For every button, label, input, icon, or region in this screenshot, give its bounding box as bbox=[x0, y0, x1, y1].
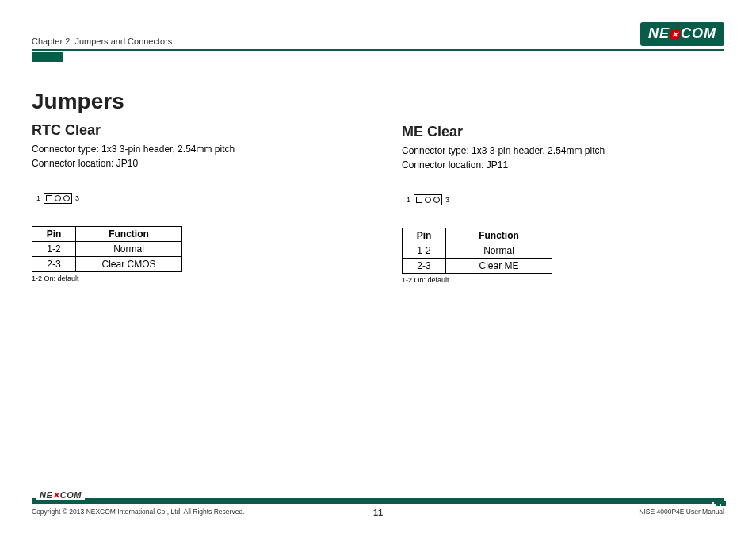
me-table: Pin Function 1-2 Normal 2-3 Clear ME bbox=[402, 228, 552, 274]
me-r1-pin: 2-3 bbox=[403, 259, 446, 274]
rtc-th-func: Function bbox=[76, 227, 182, 242]
me-th-func: Function bbox=[446, 228, 552, 243]
table-row: 2-3 Clear ME bbox=[403, 259, 552, 274]
rtc-pin-left-label: 1 bbox=[36, 194, 40, 202]
pin-3-icon bbox=[433, 197, 440, 203]
footer: NE✕COM Copyright © 2013 NEXCOM Internati… bbox=[32, 498, 724, 516]
footer-logo-pre: NE bbox=[40, 490, 52, 500]
footer-logo-post: COM bbox=[60, 490, 82, 500]
rtc-pin-right-label: 3 bbox=[75, 194, 79, 202]
pin-3-icon bbox=[63, 195, 70, 201]
me-r0-pin: 1-2 bbox=[403, 243, 446, 259]
rtc-conn-type: Connector type: 1x3 3-pin header, 2.54mm… bbox=[32, 142, 354, 156]
footer-ornament-icon bbox=[711, 495, 726, 509]
pin-2-icon bbox=[425, 197, 431, 203]
table-row: 1-2 Normal bbox=[403, 243, 552, 259]
rtc-conn-loc: Connector location: JP10 bbox=[32, 156, 354, 171]
page-title: Jumpers bbox=[32, 89, 354, 114]
header-rule bbox=[32, 49, 724, 51]
table-row: 1-2 Normal bbox=[32, 242, 182, 257]
pin-1-icon bbox=[46, 195, 52, 201]
me-conn-loc: Connector location: JP11 bbox=[402, 158, 724, 172]
page-number: 11 bbox=[373, 508, 383, 517]
rtc-r1-func: Clear CMOS bbox=[76, 257, 182, 272]
table-row: 2-3 Clear CMOS bbox=[32, 257, 182, 272]
me-pin-left-label: 1 bbox=[407, 196, 410, 204]
me-pin-diagram: 1 3 bbox=[407, 194, 724, 205]
rtc-note: 1-2 On: default bbox=[32, 274, 354, 282]
header-tab bbox=[32, 52, 63, 62]
me-conn-type: Connector type: 1x3 3-pin header, 2.54mm… bbox=[402, 144, 724, 158]
section-heading-rtc: RTC Clear bbox=[32, 122, 354, 139]
pin-1-icon bbox=[416, 197, 422, 203]
rtc-th-pin: Pin bbox=[32, 227, 76, 242]
me-r1-func: Clear ME bbox=[446, 259, 552, 274]
footer-logo: NE✕COM bbox=[36, 490, 85, 500]
rtc-r0-pin: 1-2 bbox=[32, 242, 76, 257]
me-note: 1-2 On: default bbox=[402, 276, 724, 284]
section-heading-me: ME Clear bbox=[402, 124, 724, 140]
rtc-table: Pin Function 1-2 Normal 2-3 Clear CMOS bbox=[32, 226, 182, 272]
rtc-r0-func: Normal bbox=[76, 242, 182, 257]
me-pin-right-label: 3 bbox=[445, 196, 449, 204]
rtc-r1-pin: 2-3 bbox=[32, 257, 76, 272]
footer-logo-x-icon: ✕ bbox=[52, 490, 60, 500]
brand-logo: NE✕COM bbox=[640, 22, 724, 46]
chapter-title: Chapter 2: Jumpers and Connectors bbox=[32, 36, 172, 46]
me-th-pin: Pin bbox=[403, 228, 446, 243]
rtc-pin-diagram: 1 3 bbox=[36, 193, 354, 204]
logo-post: COM bbox=[681, 25, 716, 42]
logo-x-icon: ✕ bbox=[670, 29, 681, 39]
me-r0-func: Normal bbox=[446, 243, 552, 259]
logo-pre: NE bbox=[648, 25, 670, 42]
footer-copyright: Copyright © 2013 NEXCOM International Co… bbox=[32, 508, 244, 516]
pin-2-icon bbox=[55, 195, 61, 201]
